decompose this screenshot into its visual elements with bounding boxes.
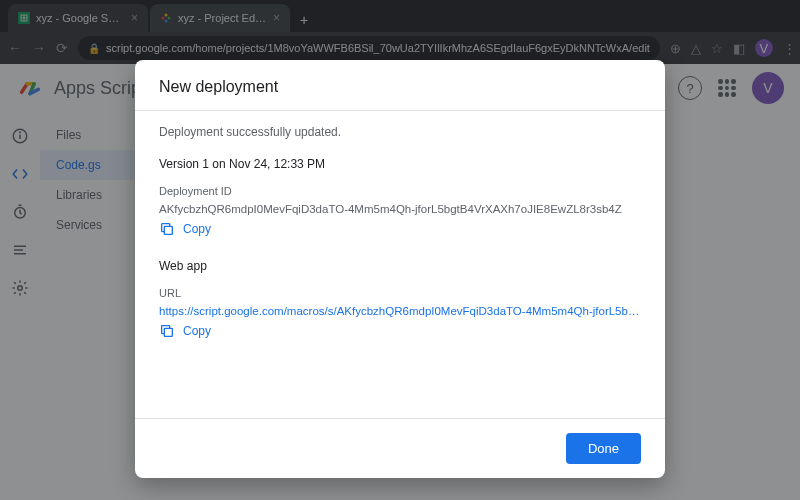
copy-deployment-id-button[interactable]: Copy bbox=[159, 221, 641, 237]
version-heading: Version 1 on Nov 24, 12:33 PM bbox=[159, 157, 641, 171]
url-label: URL bbox=[159, 287, 641, 299]
modal-overlay: New deployment Deployment successfully u… bbox=[0, 0, 800, 500]
copy-icon bbox=[159, 323, 175, 339]
dialog-body: Deployment successfully updated. Version… bbox=[135, 111, 665, 418]
dialog-footer: Done bbox=[135, 418, 665, 478]
copy-icon bbox=[159, 221, 175, 237]
dialog-title: New deployment bbox=[159, 78, 641, 96]
done-button[interactable]: Done bbox=[566, 433, 641, 464]
deployment-id-label: Deployment ID bbox=[159, 185, 641, 197]
svg-rect-16 bbox=[164, 226, 172, 234]
deployment-dialog: New deployment Deployment successfully u… bbox=[135, 60, 665, 478]
copy-label: Copy bbox=[183, 324, 211, 338]
svg-rect-17 bbox=[164, 328, 172, 336]
webapp-url-link[interactable]: https://script.google.com/macros/s/AKfyc… bbox=[159, 305, 641, 317]
deployment-id-value: AKfycbzhQR6mdpI0MevFqiD3daTO-4Mm5m4Qh-jf… bbox=[159, 203, 641, 215]
copy-url-button[interactable]: Copy bbox=[159, 323, 641, 339]
dialog-header: New deployment bbox=[135, 60, 665, 111]
copy-label: Copy bbox=[183, 222, 211, 236]
status-message: Deployment successfully updated. bbox=[159, 125, 641, 139]
webapp-heading: Web app bbox=[159, 259, 641, 273]
